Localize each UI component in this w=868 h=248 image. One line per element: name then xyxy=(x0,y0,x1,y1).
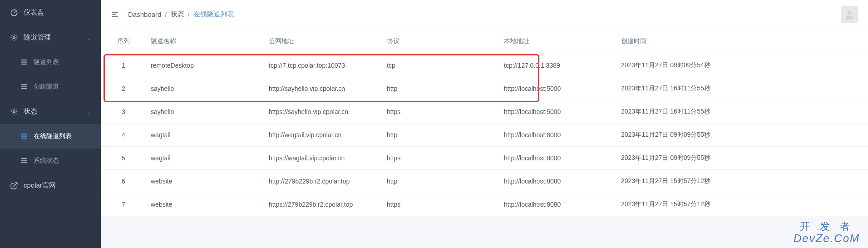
table-row[interactable]: 4wagtailhttp://wagtail.vip.cpolar.cnhttp… xyxy=(101,124,868,147)
cell-name: wagtail xyxy=(142,124,260,147)
col-proto: 协议 xyxy=(378,29,495,54)
svg-rect-12 xyxy=(21,158,27,159)
svg-point-1 xyxy=(13,36,15,39)
cell-local: http://localhost:8000 xyxy=(495,124,612,147)
cell-seq: 5 xyxy=(101,147,142,170)
sidebar-item-label: 隧道管理 xyxy=(24,33,51,42)
cell-proto: tcp xyxy=(378,54,495,77)
col-local: 本地地址 xyxy=(495,29,612,54)
cell-public: https://sayhello.vip.cpolar.cn xyxy=(260,100,378,124)
cell-public: https://279b229b.r2.cpolar.top xyxy=(260,193,378,216)
cell-name: remoteDesktop xyxy=(142,54,260,77)
grid-icon xyxy=(20,157,28,165)
topbar: Dashboard / 状态 / 在线隧道列表 xyxy=(101,0,868,29)
grid-icon xyxy=(20,83,28,91)
grid-icon xyxy=(20,58,28,66)
avatar[interactable] xyxy=(841,6,858,23)
gear-icon xyxy=(10,108,18,116)
cell-seq: 6 xyxy=(101,170,142,193)
cell-created: 2023年11月27日 15时57分12秒 xyxy=(612,193,868,216)
cell-seq: 2 xyxy=(101,77,142,100)
col-public: 公网地址 xyxy=(260,29,378,54)
breadcrumb-separator: / xyxy=(188,10,190,18)
col-created: 创建时间 xyxy=(612,29,868,54)
svg-rect-14 xyxy=(21,162,27,163)
svg-rect-7 xyxy=(21,88,27,89)
svg-point-19 xyxy=(848,10,852,15)
table-header-row: 序列 隧道名称 公网地址 协议 本地地址 创建时间 xyxy=(101,29,868,54)
sidebar-item-system-status[interactable]: 系统状态 xyxy=(0,149,101,173)
svg-point-8 xyxy=(13,110,15,113)
svg-rect-10 xyxy=(21,136,27,137)
sidebar-item-label: 系统状态 xyxy=(34,157,59,165)
cell-local: http://localhost:8080 xyxy=(495,170,612,193)
content: 序列 隧道名称 公网地址 协议 本地地址 创建时间 1remoteDesktop… xyxy=(101,29,868,248)
breadcrumb-root[interactable]: Dashboard xyxy=(128,10,161,18)
svg-rect-2 xyxy=(21,60,27,60)
sidebar-item-label: 在线隧道列表 xyxy=(34,132,72,140)
col-name: 隧道名称 xyxy=(142,29,260,54)
cell-created: 2023年11月27日 09时09分54秒 xyxy=(612,54,868,77)
breadcrumb-current: 在线隧道列表 xyxy=(193,10,234,19)
main: Dashboard / 状态 / 在线隧道列表 序列 隧道名称 xyxy=(101,0,868,248)
sidebar-item-label: 状态 xyxy=(24,107,37,116)
cell-proto: https xyxy=(378,147,495,170)
sidebar-item-label: 隧道列表 xyxy=(34,58,59,66)
svg-rect-4 xyxy=(21,64,27,64)
cell-name: website xyxy=(142,193,260,216)
cell-name: sayhello xyxy=(142,100,260,124)
svg-rect-11 xyxy=(21,138,27,139)
cell-proto: https xyxy=(378,193,495,216)
col-seq: 序列 xyxy=(101,29,142,54)
svg-line-15 xyxy=(14,183,17,186)
table-row[interactable]: 2sayhellohttp://sayhello.vip.cpolar.cnht… xyxy=(101,77,868,100)
table-row[interactable]: 7websitehttps://279b229b.r2.cpolar.topht… xyxy=(101,193,868,216)
chevron-up-icon xyxy=(86,109,91,114)
cell-seq: 7 xyxy=(101,193,142,216)
cell-created: 2023年11月27日 09时09分55秒 xyxy=(612,124,868,147)
sidebar-item-cpolar-site[interactable]: cpolar官网 xyxy=(0,173,101,198)
cell-local: http://localhost:5000 xyxy=(495,77,612,100)
cell-seq: 1 xyxy=(101,54,142,77)
cell-created: 2023年11月27日 09时09分55秒 xyxy=(612,147,868,170)
cell-created: 2023年11月27日 15时57分12秒 xyxy=(612,170,868,193)
sidebar-item-create-tunnel[interactable]: 创建隧道 xyxy=(0,74,101,99)
cell-created: 2023年11月27日 16时11分55秒 xyxy=(612,77,868,100)
svg-rect-3 xyxy=(21,62,27,63)
chevron-up-icon xyxy=(86,35,91,40)
cell-public: http://wagtail.vip.cpolar.cn xyxy=(260,124,378,147)
table-row[interactable]: 3sayhellohttps://sayhello.vip.cpolar.cnh… xyxy=(101,100,868,124)
gauge-icon xyxy=(10,9,18,17)
sidebar-item-tunnel-manage[interactable]: 隧道管理 xyxy=(0,25,101,50)
sidebar: 仪表盘 隧道管理 隧道列表 创建隧道 状态 在线隧道列表 系统状态 xyxy=(0,0,101,248)
cell-created: 2023年11月27日 16时11分55秒 xyxy=(612,100,868,124)
sidebar-item-label: 仪表盘 xyxy=(24,8,44,17)
table-row[interactable]: 6websitehttp://279b229b.r2.cpolar.tophtt… xyxy=(101,170,868,193)
external-link-icon xyxy=(10,182,18,190)
cell-seq: 3 xyxy=(101,100,142,124)
cell-proto: http xyxy=(378,124,495,147)
breadcrumb-mid[interactable]: 状态 xyxy=(171,10,184,19)
cell-local: tcp://127.0.0.1:3389 xyxy=(495,54,612,77)
cell-local: http://localhost:8080 xyxy=(495,193,612,216)
cell-name: wagtail xyxy=(142,147,260,170)
table-row[interactable]: 5wagtailhttps://wagtail.vip.cpolar.cnhtt… xyxy=(101,147,868,170)
svg-rect-6 xyxy=(21,86,27,87)
cell-public: https://wagtail.vip.cpolar.cn xyxy=(260,147,378,170)
cell-public: tcp://7.tcp.cpolar.top:10073 xyxy=(260,54,378,77)
cell-local: http://localhost:8000 xyxy=(495,147,612,170)
svg-rect-13 xyxy=(21,160,27,161)
breadcrumb: Dashboard / 状态 / 在线隧道列表 xyxy=(128,10,234,19)
table-row[interactable]: 1remoteDesktoptcp://7.tcp.cpolar.top:100… xyxy=(101,54,868,77)
sidebar-item-label: 创建隧道 xyxy=(34,83,59,91)
svg-rect-9 xyxy=(21,134,27,134)
cell-seq: 4 xyxy=(101,124,142,147)
menu-toggle-icon[interactable] xyxy=(111,10,119,19)
cell-proto: http xyxy=(378,170,495,193)
sidebar-item-online-tunnels[interactable]: 在线隧道列表 xyxy=(0,124,101,149)
cell-proto: https xyxy=(378,100,495,124)
sidebar-item-tunnel-list[interactable]: 隧道列表 xyxy=(0,50,101,74)
sidebar-item-dashboard[interactable]: 仪表盘 xyxy=(0,0,101,25)
gear-icon xyxy=(10,34,18,42)
sidebar-item-status[interactable]: 状态 xyxy=(0,99,101,124)
